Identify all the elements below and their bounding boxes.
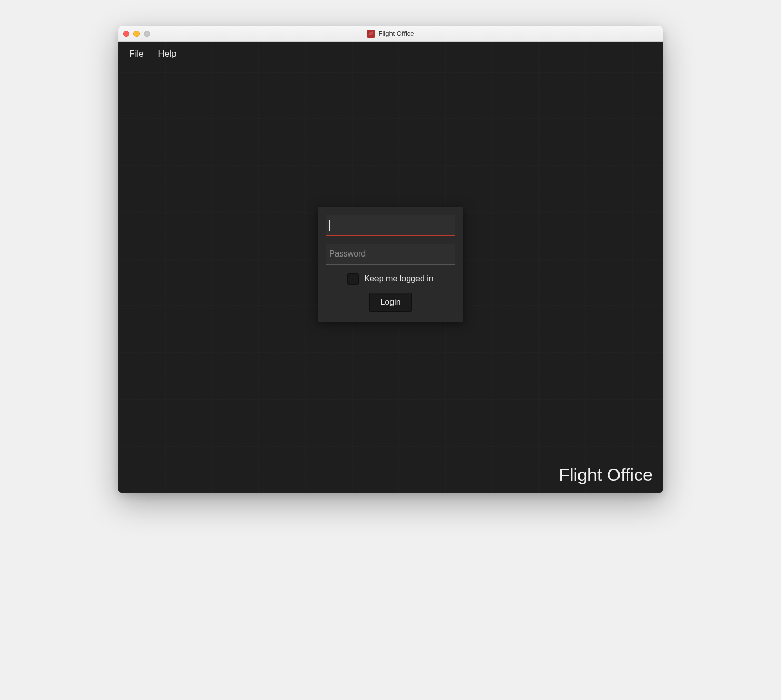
username-input[interactable]	[326, 215, 455, 236]
username-field-wrapper	[326, 215, 455, 236]
window-title-text: Flight Office	[378, 30, 414, 37]
login-button[interactable]: Login	[369, 293, 411, 312]
app-window: Flight Office File Help Keep me logged i…	[118, 26, 663, 493]
app-watermark: Flight Office	[559, 465, 653, 485]
password-input[interactable]	[326, 244, 455, 265]
app-icon	[367, 30, 375, 38]
title-bar: Flight Office	[118, 26, 663, 42]
window-maximize-button[interactable]	[144, 31, 150, 37]
window-close-button[interactable]	[123, 31, 129, 37]
login-button-row: Login	[326, 293, 455, 312]
window-minimize-button[interactable]	[133, 31, 140, 37]
window-title: Flight Office	[367, 30, 414, 38]
login-area: Keep me logged in Login	[118, 66, 663, 493]
app-body: File Help Keep me logged in Login Flight…	[118, 42, 663, 493]
keep-logged-in-checkbox[interactable]	[347, 273, 359, 285]
login-panel: Keep me logged in Login	[318, 207, 463, 322]
traffic-lights	[123, 31, 150, 37]
menu-bar: File Help	[118, 42, 663, 66]
menu-help[interactable]: Help	[158, 49, 176, 59]
keep-logged-in-label: Keep me logged in	[364, 274, 433, 284]
keep-logged-in-row: Keep me logged in	[326, 273, 455, 285]
menu-file[interactable]: File	[129, 49, 143, 59]
